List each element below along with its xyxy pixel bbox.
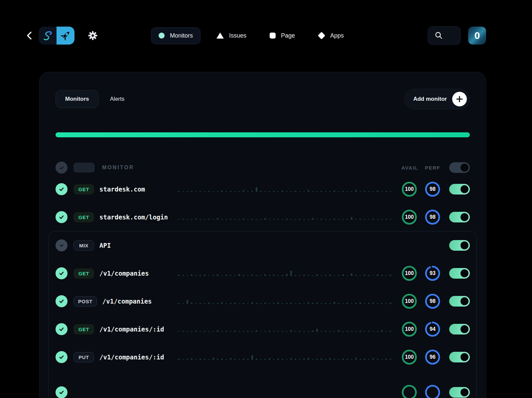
perf-ring: 98 [425,209,441,225]
latency-sparkline [178,212,391,220]
search-icon [435,31,443,40]
select-all-check-icon[interactable] [56,162,67,174]
monitor-column-label: MONITOR [102,165,134,171]
nav-item-issues[interactable]: Issues [209,28,254,44]
score-rings: 10096 [401,349,441,365]
collapse-group-button[interactable] [56,239,67,251]
monitor-row[interactable]: GETstardesk.com10098 [56,175,470,203]
ring-value: 100 [401,181,417,197]
issues-triangle-icon [216,33,224,39]
perf-ring: 93 [425,265,441,281]
toggle-switch[interactable] [449,387,470,398]
stardesk-logo-icon [39,27,57,45]
toggle-knob [461,353,468,361]
ring-value: 96 [425,349,441,365]
gear-icon [88,31,98,41]
perf-ring: 96 [425,349,441,365]
nav-item-apps[interactable]: Apps [311,28,351,44]
monitor-name: /v1/companies [102,298,152,305]
method-badge: GET [73,268,94,279]
status-check-icon [56,323,67,335]
method-badge: POST [73,296,97,307]
nav-item-label: Monitors [170,32,193,39]
toggle-switch[interactable] [449,184,470,195]
monitor-row[interactable]: GET/v1/companies/:id10094 [56,315,470,343]
monitor-name: stardesk.com [99,186,145,193]
tab-label: Monitors [65,96,89,102]
search-button[interactable] [428,26,461,45]
ring-value: 100 [401,265,417,281]
perf-ring: 98 [425,293,441,309]
toggle-switch[interactable] [449,162,470,173]
page-square-icon [270,33,276,39]
latency-sparkline [174,324,391,332]
toggle-switch[interactable] [449,296,470,307]
nav-item-label: Issues [229,32,246,39]
monitor-row[interactable]: POST/v1/companies10098 [56,287,470,315]
monitor-row[interactable]: GETstardesk.com/login10098 [56,203,470,231]
status-check-icon [56,211,67,223]
app-root: Monitors Issues Page Apps [0,0,532,398]
monitor-row-partial[interactable] [56,378,470,398]
workspace-logo[interactable] [39,27,74,45]
method-badge: PUT [73,352,94,362]
avail-ring: 100 [401,321,417,337]
monitor-name: /v1/companies [99,270,149,277]
method-column-pill [73,163,95,173]
latency-sparkline [159,268,391,276]
score-rings: 10094 [401,321,441,337]
avail-ring: 100 [401,265,417,281]
nav-item-page[interactable]: Page [262,28,302,44]
ring-value: 93 [425,265,441,281]
user-avatar[interactable]: 0 [468,27,486,45]
tab-alerts[interactable]: Alerts [101,90,134,108]
toggle-switch[interactable] [449,324,470,334]
group-monitor-rows: GET/v1/companies10093POST/v1/companies10… [56,259,470,398]
toggle-switch[interactable] [449,212,470,222]
latency-sparkline [155,184,391,192]
toggle-switch[interactable] [449,268,470,279]
plus-icon [452,92,467,106]
score-rings: 10098 [401,293,441,309]
method-badge: GET [73,184,94,195]
ring-value: 100 [401,209,417,225]
group-name: API [99,242,111,249]
ring-value: 98 [425,209,441,225]
add-monitor-button[interactable]: Add monitor [404,89,470,109]
status-check-icon [56,351,67,363]
monitor-row[interactable]: GET/v1/companies10093 [56,259,470,287]
method-badge: GET [73,212,94,222]
uptime-progress-bar [56,132,470,137]
score-rings: 10098 [401,181,441,197]
toggle-knob [461,241,468,249]
avail-ring: 100 [401,181,417,197]
toggle-knob [461,164,468,172]
group-header-row[interactable]: MIX API [56,231,470,259]
navbar-right: 0 [428,26,486,45]
nav-item-monitors[interactable]: Monitors [151,27,200,44]
toggle-switch[interactable] [449,240,470,251]
chevron-left-icon [25,31,34,41]
avail-ring [401,384,417,398]
tab-monitors[interactable]: Monitors [56,90,99,108]
toggle-knob [461,185,468,193]
add-monitor-label: Add monitor [413,96,447,102]
latency-sparkline [162,296,391,304]
avail-ring: 100 [401,349,417,365]
top-navbar: Monitors Issues Page Apps [0,26,532,45]
avail-column-label: AVAIL [401,165,417,171]
status-check-icon [56,295,67,307]
back-button[interactable] [24,30,35,41]
nav-item-label: Apps [330,32,344,39]
toggle-knob [461,269,468,277]
toggle-switch[interactable] [449,352,470,362]
monitor-row[interactable]: PUT/v1/companies/:id10096 [56,343,470,371]
monitor-name: /v1/companies/:id [99,326,164,333]
apps-diamond-icon [318,32,326,40]
monitor-name: stardesk.com/login [99,213,168,221]
score-rings: 10098 [401,209,441,225]
primary-nav: Monitors Issues Page Apps [151,27,351,44]
settings-button[interactable] [87,30,98,41]
score-rings [401,384,441,398]
perf-ring [425,384,441,398]
